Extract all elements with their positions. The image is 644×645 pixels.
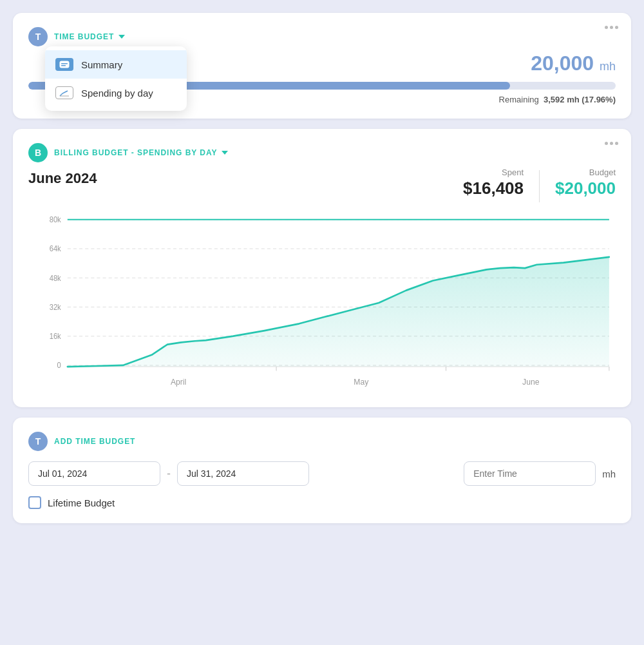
billing-budget-header: B BILLING BUDGET - SPENDING BY DAY <box>28 143 616 162</box>
remaining-value: 3,592 mh (17.96%) <box>544 95 616 104</box>
more-options-button[interactable] <box>605 26 618 29</box>
dot-3 <box>615 26 618 29</box>
chevron-down-icon[interactable] <box>118 35 125 39</box>
billing-badge: B <box>28 143 48 162</box>
time-budget-title-text: TIME BUDGET <box>54 32 114 41</box>
spent-value: $16,408 <box>463 178 524 198</box>
billing-budget: Budget $20,000 <box>555 168 616 198</box>
dot-1 <box>605 26 608 29</box>
remaining-label: Remaining <box>499 95 539 104</box>
svg-text:16k: 16k <box>50 332 61 340</box>
svg-text:32k: 32k <box>50 303 61 311</box>
add-budget-title-text: ADD TIME BUDGET <box>54 437 135 446</box>
dropdown-spending-label: Spending by day <box>81 88 153 99</box>
svg-text:80k: 80k <box>50 216 61 224</box>
svg-text:June: June <box>522 378 539 387</box>
chart-bar-icon <box>55 86 73 99</box>
billing-chevron-icon[interactable] <box>222 151 228 155</box>
billing-spent: Spent $16,408 <box>463 168 524 198</box>
time-budget-unit: mh <box>600 60 616 73</box>
time-budget-card: T TIME BUDGET Summary Spending by day <box>13 13 631 119</box>
dot-3 <box>615 142 618 145</box>
svg-text:48k: 48k <box>50 274 61 282</box>
billing-date: June 2024 <box>28 170 97 187</box>
billing-more-options[interactable] <box>605 142 618 145</box>
add-budget-header: T ADD TIME BUDGET <box>28 432 616 451</box>
time-budget-title: TIME BUDGET <box>54 32 125 41</box>
svg-text:April: April <box>171 378 186 387</box>
budget-label: Budget <box>555 168 616 177</box>
billing-stats-row: June 2024 Spent $16,408 Budget $20,000 <box>28 168 616 202</box>
time-budget-value: 20,000 <box>531 52 594 75</box>
start-date-input[interactable] <box>28 461 160 486</box>
svg-rect-2 <box>61 65 66 66</box>
dot-2 <box>610 142 613 145</box>
billing-chart: 80k 64k 48k 32k 16k 0 April May June <box>28 213 616 393</box>
chart-svg: 80k 64k 48k 32k 16k 0 April May June <box>28 213 616 393</box>
dot-1 <box>605 142 608 145</box>
add-budget-title: ADD TIME BUDGET <box>54 437 135 446</box>
billing-divider <box>539 170 540 202</box>
dropdown-item-summary[interactable]: Summary <box>45 50 187 79</box>
time-budget-badge: T <box>28 27 48 46</box>
billing-title-text: BILLING BUDGET - SPENDING BY DAY <box>54 148 217 157</box>
view-dropdown-menu: Summary Spending by day <box>45 46 187 111</box>
billing-stats: Spent $16,408 Budget $20,000 <box>463 168 616 202</box>
add-budget-badge: T <box>28 432 48 451</box>
svg-text:0: 0 <box>57 361 61 369</box>
dropdown-item-spending-by-day[interactable]: Spending by day <box>45 79 187 107</box>
time-input[interactable] <box>464 461 596 486</box>
lifetime-label: Lifetime Budget <box>48 497 115 508</box>
budget-value: $20,000 <box>555 178 616 198</box>
lifetime-row: Lifetime Budget <box>28 496 616 509</box>
end-date-input[interactable] <box>177 461 309 486</box>
svg-rect-1 <box>61 63 68 64</box>
svg-text:May: May <box>354 378 369 387</box>
dot-2 <box>610 26 613 29</box>
spent-label: Spent <box>463 168 524 177</box>
svg-text:64k: 64k <box>50 245 61 253</box>
add-time-budget-card: T ADD TIME BUDGET - mh Lifetime Budget <box>13 418 631 523</box>
date-separator: - <box>167 467 171 481</box>
svg-rect-0 <box>60 61 69 68</box>
dropdown-summary-label: Summary <box>81 59 122 70</box>
lifetime-checkbox[interactable] <box>28 496 41 509</box>
billing-title: BILLING BUDGET - SPENDING BY DAY <box>54 148 228 157</box>
chart-area-fill <box>68 257 609 367</box>
summary-icon <box>55 58 73 71</box>
time-budget-header: T TIME BUDGET <box>28 27 616 46</box>
time-unit-label: mh <box>602 468 616 479</box>
add-budget-date-row: - mh <box>28 461 616 486</box>
billing-budget-card: B BILLING BUDGET - SPENDING BY DAY June … <box>13 129 631 407</box>
